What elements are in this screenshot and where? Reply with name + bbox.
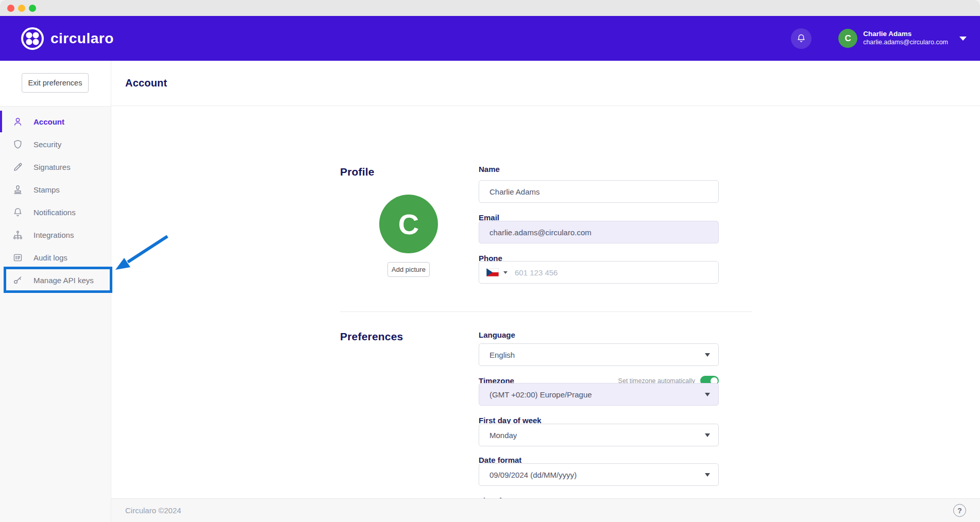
sidebar-item-security[interactable]: Security xyxy=(0,133,111,155)
help-button[interactable]: ? xyxy=(953,504,966,517)
chevron-down-icon xyxy=(705,393,710,396)
language-select[interactable]: English xyxy=(479,343,719,366)
profile-heading: Profile xyxy=(340,166,375,178)
czech-flag-icon[interactable] xyxy=(486,268,499,276)
key-icon xyxy=(12,275,23,286)
profile-avatar: C xyxy=(379,195,438,253)
stamp-icon xyxy=(12,184,23,195)
date-format-select[interactable]: 09/09/2024 (dd/MM/yyyy) xyxy=(479,463,719,486)
account-content: Profile C Add picture Name Email Phone xyxy=(111,106,980,498)
brand-logo[interactable]: circularo xyxy=(21,27,114,50)
page-title: Account xyxy=(125,77,167,89)
email-input[interactable] xyxy=(479,221,719,243)
sidebar-item-label: Notifications xyxy=(33,208,76,217)
pen-icon xyxy=(12,162,23,172)
footer: Circularo ©2024 ? xyxy=(111,498,980,522)
list-icon xyxy=(12,252,23,263)
maximize-window-button[interactable] xyxy=(29,5,36,12)
date-format-value: 09/09/2024 (dd/MM/yyyy) xyxy=(489,471,577,479)
sidebar-item-integrations[interactable]: Integrations xyxy=(0,223,111,246)
close-window-button[interactable] xyxy=(7,5,14,12)
sidebar-item-manage-api-keys[interactable]: Manage API keys xyxy=(0,269,111,291)
sidebar-item-label: Signatures xyxy=(33,163,71,171)
sidebar-item-label: Audit logs xyxy=(33,253,67,262)
sidebar-item-label: Account xyxy=(33,117,64,126)
user-icon xyxy=(12,116,23,127)
copyright-text: Circularo ©2024 xyxy=(125,506,181,515)
user-avatar[interactable]: C xyxy=(838,29,857,48)
sidebar-item-label: Integrations xyxy=(33,231,74,239)
user-menu-caret-icon[interactable] xyxy=(959,37,967,41)
bell-icon xyxy=(796,33,806,44)
user-info: Charlie Adams charlie.adams@circularo.co… xyxy=(863,30,948,47)
notifications-button[interactable] xyxy=(791,28,812,49)
minimize-window-button[interactable] xyxy=(18,5,25,12)
language-label: Language xyxy=(479,330,515,339)
phone-field xyxy=(479,261,719,284)
sidebar-item-audit-logs[interactable]: Audit logs xyxy=(0,246,111,269)
preferences-sidebar: Exit preferences Account Security xyxy=(0,61,111,522)
section-divider xyxy=(340,311,752,312)
sitemap-icon xyxy=(12,230,23,240)
country-caret-icon[interactable] xyxy=(503,271,508,274)
chevron-down-icon xyxy=(705,353,710,357)
browser-window: circularo C Charlie Adams charlie.adams@… xyxy=(0,0,980,522)
user-name: Charlie Adams xyxy=(863,30,948,39)
timezone-value: (GMT +02:00) Europe/Prague xyxy=(489,390,592,399)
sidebar-item-signatures[interactable]: Signatures xyxy=(0,155,111,178)
brand-wordmark: circularo xyxy=(50,30,114,47)
chevron-down-icon xyxy=(705,473,710,477)
sidebar-item-label: Security xyxy=(33,140,61,149)
sidebar-item-notifications[interactable]: Notifications xyxy=(0,201,111,223)
exit-preferences-button[interactable]: Exit preferences xyxy=(22,73,89,93)
app-header: circularo C Charlie Adams charlie.adams@… xyxy=(0,16,980,61)
timezone-select[interactable]: (GMT +02:00) Europe/Prague xyxy=(479,383,719,406)
name-input[interactable] xyxy=(479,180,719,203)
bell-icon xyxy=(12,207,23,218)
sidebar-item-account[interactable]: Account xyxy=(0,110,111,133)
sidebar-item-stamps[interactable]: Stamps xyxy=(0,178,111,201)
add-picture-button[interactable]: Add picture xyxy=(387,262,430,277)
first-day-select[interactable]: Monday xyxy=(479,424,719,446)
page-header: Account xyxy=(111,61,980,106)
active-indicator xyxy=(0,111,2,132)
first-day-value: Monday xyxy=(489,431,517,440)
preferences-heading: Preferences xyxy=(340,330,403,343)
sidebar-item-label: Stamps xyxy=(33,185,60,194)
circularo-logo-icon xyxy=(21,27,44,50)
shield-icon xyxy=(12,139,23,150)
language-value: English xyxy=(489,351,515,359)
sidebar-menu: Account Security Signatures xyxy=(0,106,111,522)
phone-input[interactable] xyxy=(515,268,711,277)
chevron-down-icon xyxy=(705,433,710,437)
sidebar-item-label: Manage API keys xyxy=(33,276,94,285)
main-panel: Account Profile C Add picture Name Email… xyxy=(111,61,980,522)
macos-titlebar xyxy=(0,0,980,16)
user-email: charlie.adams@circularo.com xyxy=(863,39,948,47)
name-label: Name xyxy=(479,165,500,173)
